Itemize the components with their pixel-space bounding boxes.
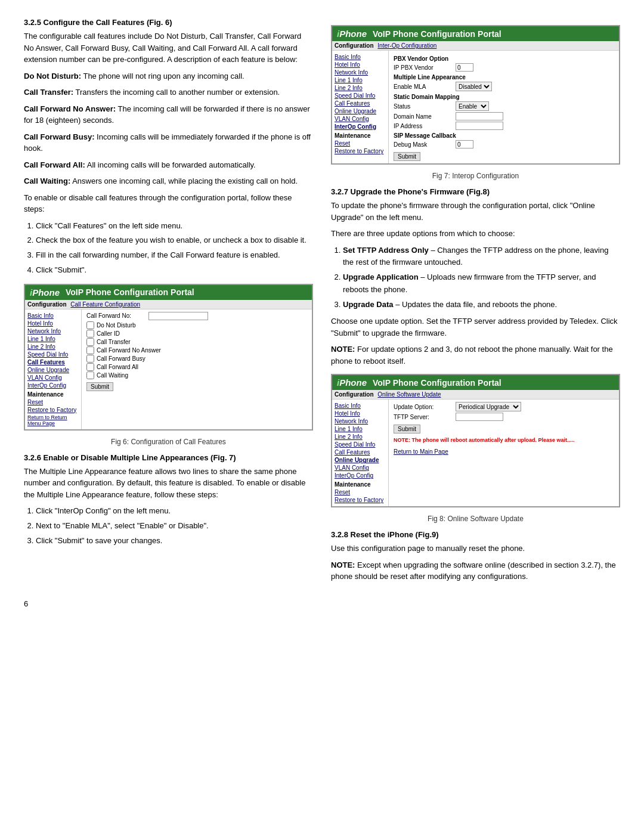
feature-transfer: Call Transfer: Transfers the incoming ca…: [24, 86, 313, 98]
nav-hotel-info-1[interactable]: Hotel Info: [25, 320, 81, 327]
portal-title-1: VoIP Phone Configuration Portal: [66, 287, 194, 297]
cfna-checkbox[interactable]: [86, 346, 94, 354]
feature-cw: Call Waiting: Answers one incoming call,…: [24, 175, 313, 187]
tftp-input[interactable]: [456, 413, 503, 421]
nav-online-upgrade-2[interactable]: Online Upgrade: [332, 107, 388, 115]
transfer-row: Call Transfer: [86, 338, 307, 346]
config-tab-1[interactable]: Call Feature Configuration: [70, 301, 140, 308]
fig6-caption: Fig 6: Configuration of Call Features: [24, 438, 313, 446]
nav-line1-2[interactable]: Line 1 Info: [332, 76, 388, 84]
nav-vlan-1[interactable]: VLAN Config: [25, 374, 81, 382]
config-tab-2[interactable]: Inter-Op Configuration: [377, 42, 436, 49]
cfna-label: Call Forward No Answer: [97, 347, 161, 354]
portal-content-2: PBX Vendor Option IP PBX Vendor Multiple…: [389, 51, 619, 163]
cfa-checkbox[interactable]: [86, 363, 94, 371]
nav-line2-3[interactable]: Line 2 Info: [332, 433, 388, 441]
transfer-checkbox[interactable]: [86, 338, 94, 346]
feature-cfb: Call Forward Busy: Incoming calls will b…: [24, 131, 313, 154]
mla-label: Enable MLA: [394, 83, 453, 90]
nav-vlan-3[interactable]: VLAN Config: [332, 464, 388, 472]
cfno-input[interactable]: [148, 312, 208, 320]
nav-speed-dial-2[interactable]: Speed Dial Info: [332, 92, 388, 100]
portal-body-1: Basic Info Hotel Info Network Info Line …: [25, 309, 312, 429]
nav-call-features-2[interactable]: Call Features: [332, 100, 388, 107]
nav-basic-info-1[interactable]: Basic Info: [25, 312, 81, 320]
nav-interop-2[interactable]: InterOp Config: [332, 123, 388, 131]
domain-input[interactable]: [456, 112, 503, 120]
mla-row: Enable MLA Disabled Enable: [394, 82, 614, 91]
note2-label: NOTE:: [331, 561, 355, 569]
debug-input[interactable]: [456, 140, 473, 148]
intro-paragraph: The configurable call features include D…: [24, 30, 313, 66]
nav-interop-1[interactable]: InterOp Config: [25, 382, 81, 389]
mla-select[interactable]: Disabled Enable: [456, 82, 492, 91]
nav-network-info-3[interactable]: Network Info: [332, 417, 388, 425]
cfb-row: Call Forward Busy: [86, 355, 307, 363]
nav-call-features-1[interactable]: Call Features: [25, 358, 81, 366]
step2-2: Next to "Enable MLA", select "Enable" or…: [36, 520, 313, 532]
nav-restore-1[interactable]: Restore to Factory: [25, 406, 81, 414]
cfb-checkbox[interactable]: [86, 355, 94, 363]
submit-btn-3[interactable]: Submit: [394, 425, 420, 433]
feature-label-cfna: Call Forward No Answer:: [24, 104, 116, 113]
nav-reset-1[interactable]: Reset: [25, 398, 81, 406]
nav-line2-1[interactable]: Line 2 Info: [25, 343, 81, 351]
portal-content-3: Update Option: Periodical Upgrade Set TF…: [389, 400, 619, 506]
dnd-label: Do Not Disturb: [97, 322, 136, 329]
nav-online-upgrade-1[interactable]: Online Upgrade: [25, 366, 81, 374]
transfer-label: Call Transfer: [97, 339, 131, 345]
update-option-select[interactable]: Periodical Upgrade Set TFTP Address Only…: [456, 402, 521, 411]
portal-config-bar-1: Configuration Call Feature Configuration: [25, 300, 312, 309]
section3-close: Choose one update option. Set the TFTP s…: [331, 315, 620, 339]
nav-call-features-3[interactable]: Call Features: [332, 448, 388, 456]
nav-hotel-info-3[interactable]: Hotel Info: [332, 410, 388, 417]
nav-line1-1[interactable]: Line 1 Info: [25, 335, 81, 343]
nav-basic-info-3[interactable]: Basic Info: [332, 402, 388, 410]
portal-config-bar-2: Configuration Inter-Op Configuration: [332, 41, 619, 51]
config-tab-3[interactable]: Online Software Update: [377, 391, 441, 398]
nav-speed-dial-3[interactable]: Speed Dial Info: [332, 441, 388, 448]
portal-body-3: Basic Info Hotel Info Network Info Line …: [332, 400, 619, 506]
status-select[interactable]: Enable Disable: [456, 101, 489, 111]
note2: NOTE: Except when upgrading the software…: [331, 559, 620, 583]
callerid-checkbox[interactable]: [86, 330, 94, 337]
step2-1: Click "InterOp Config" on the left menu.: [36, 505, 313, 518]
feature-cfa: Call Forward All: All incoming calls wil…: [24, 159, 313, 171]
cfa-row: Call Forward All: [86, 363, 307, 371]
right-column: iPhone VoIP Phone Configuration Portal C…: [331, 18, 620, 587]
config-label-1: Configuration: [27, 301, 67, 308]
feature-label-cfb: Call Forward Busy:: [24, 132, 94, 141]
feature-dnd: Do Not Disturb: The phone will not ring …: [24, 70, 313, 82]
nav-basic-info-2[interactable]: Basic Info: [332, 53, 388, 61]
nav-hotel-info-2[interactable]: Hotel Info: [332, 61, 388, 69]
pbx-vendor-input[interactable]: [456, 63, 473, 72]
note-label-fw: NOTE:: [331, 345, 355, 354]
portal-call-features: iPhone VoIP Phone Configuration Portal C…: [24, 284, 313, 431]
nav-speed-dial-1[interactable]: Speed Dial Info: [25, 351, 81, 358]
nav-vlan-2[interactable]: VLAN Config: [332, 115, 388, 123]
return-link-1[interactable]: Return to Return Menu Page: [25, 414, 81, 427]
section-title-328: 3.2.8 Reset the iPhone (Fig.9): [331, 530, 620, 539]
nav-reset-2[interactable]: Reset: [332, 140, 388, 147]
nav-restore-3[interactable]: Restore to Factory: [332, 496, 388, 504]
feature-label-cfa: Call Forward All:: [24, 160, 85, 169]
nav-interop-3[interactable]: InterOp Config: [332, 472, 388, 479]
dnd-checkbox[interactable]: [86, 321, 94, 329]
debug-row: Debug Mask: [394, 140, 614, 148]
nav-reset-3[interactable]: Reset: [332, 488, 388, 496]
cw-checkbox[interactable]: [86, 371, 94, 379]
submit-btn-2[interactable]: Submit: [394, 152, 420, 161]
return-main-link[interactable]: Return to Main Page: [394, 448, 448, 455]
nav-online-upgrade-3[interactable]: Online Upgrade: [332, 456, 388, 464]
nav-restore-2[interactable]: Restore to Factory: [332, 147, 388, 155]
note2-text: Except when upgrading the software onlin…: [331, 561, 616, 581]
update-option-row: Update Option: Periodical Upgrade Set TF…: [394, 402, 614, 411]
ip-input[interactable]: [456, 122, 503, 130]
submit-btn-1[interactable]: Submit: [86, 382, 113, 391]
nav-line1-3[interactable]: Line 1 Info: [332, 425, 388, 433]
maintenance-label-2: Maintenance: [332, 131, 388, 140]
nav-network-info-1[interactable]: Network Info: [25, 327, 81, 335]
nav-network-info-2[interactable]: Network Info: [332, 69, 388, 76]
update-label-3: Upgrade Data: [343, 300, 394, 309]
nav-line2-2[interactable]: Line 2 Info: [332, 84, 388, 92]
